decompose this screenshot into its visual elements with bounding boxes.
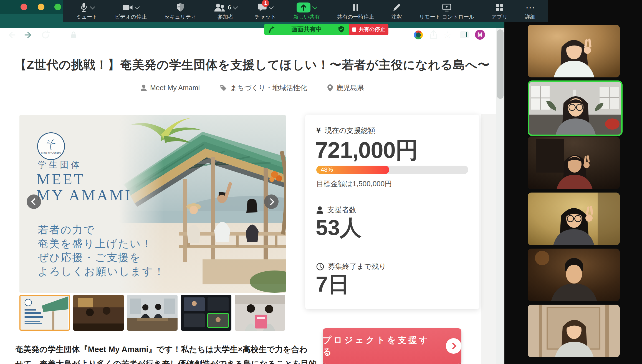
side-panel-icon[interactable] xyxy=(460,31,469,38)
support-button-label: プロジェクトを支援する xyxy=(323,334,440,358)
hero-slogan-line4: よろしくお願いします！ xyxy=(38,264,165,279)
goal-text: 目標金額は1,500,000円 xyxy=(316,179,392,189)
tag-icon xyxy=(220,84,227,92)
support-project-button[interactable]: プロジェクトを支援する xyxy=(323,328,461,364)
more-apps-label: アプリ xyxy=(492,14,508,20)
mute-label: ミュート xyxy=(76,14,97,20)
clock-icon xyxy=(316,263,324,271)
chat-button[interactable]: 1 チャット xyxy=(254,2,276,20)
carousel-thumbnails xyxy=(19,295,285,331)
progress-fill: 48% xyxy=(316,166,389,174)
palm-logo-icon xyxy=(46,138,57,151)
mute-button[interactable]: ミュート xyxy=(76,2,97,20)
yen-icon: ¥ xyxy=(316,126,321,135)
pause-share-button[interactable]: 共有の一時停止 xyxy=(337,2,374,20)
stop-icon xyxy=(352,27,356,32)
back-icon[interactable] xyxy=(7,31,16,39)
lock-icon[interactable] xyxy=(70,31,77,39)
screen-share-icon xyxy=(297,2,310,12)
project-owner-link[interactable]: Meet My Amami xyxy=(140,84,200,92)
more-icon: ⋯ xyxy=(525,3,535,12)
stop-share-button[interactable]: 共有の停止 xyxy=(349,24,388,35)
chevron-down-icon[interactable] xyxy=(90,4,95,9)
progress-bar: 48% xyxy=(316,166,468,174)
stop-video-button[interactable]: ビデオの停止 xyxy=(115,2,147,20)
org-logo: Meet My Amami xyxy=(37,132,65,160)
participants-label: 参加者 xyxy=(218,14,233,20)
sharing-status-text: 画面共有中 xyxy=(291,25,322,34)
carousel-prev-button[interactable] xyxy=(27,194,41,209)
hero-slogan-line2: 奄美を盛り上げたい！ xyxy=(38,237,153,251)
participant-video-1[interactable] xyxy=(528,25,620,77)
deadline-value: 7日 xyxy=(316,270,349,299)
shield-icon xyxy=(176,3,184,12)
forward-icon[interactable] xyxy=(24,31,33,39)
thumbnail-5[interactable] xyxy=(235,295,285,331)
funding-card: ¥ 現在の支援総額 721,000円 48% 目標金額は1,500,000円 支… xyxy=(305,115,479,309)
participants-icon xyxy=(214,3,225,12)
thumbnail-3[interactable] xyxy=(127,295,178,331)
page-title: 【Z世代の挑戦！】奄美発の学生団体を支援してほしい！〜若者が主役になれる島へ〜 xyxy=(0,57,504,73)
close-window-button[interactable] xyxy=(21,4,27,10)
project-description-line2: せて、奄美大島がより多くの若者が行き来し価値創造ができる島になることを目的 xyxy=(15,358,298,364)
remote-control-button[interactable]: リモート コントロール xyxy=(419,2,474,20)
shield-check-icon xyxy=(338,26,345,33)
chevron-down-icon[interactable] xyxy=(312,4,317,9)
progress-percent: 48% xyxy=(321,166,333,173)
apps-icon xyxy=(496,3,504,12)
thumbnail-1[interactable] xyxy=(19,295,70,331)
more-button[interactable]: ⋯ 詳細 xyxy=(525,2,535,20)
screen: ミーティング | camp-fire.jp/projects/651100/ac… xyxy=(0,0,642,364)
pause-icon xyxy=(352,3,359,12)
more-label: 詳細 xyxy=(525,14,535,20)
chat-badge: 1 xyxy=(262,0,269,7)
chevron-right-icon xyxy=(267,198,274,205)
scrollbar-track[interactable] xyxy=(496,28,504,364)
zoom-toolbar: ミュート ビデオの停止 セキュリティ xyxy=(63,0,548,22)
apps-button[interactable]: アプリ xyxy=(492,2,508,20)
address-bar[interactable]: camp-fire.jp/projects/651100/activities#… xyxy=(81,30,231,39)
project-location: 鹿児島県 xyxy=(336,83,364,92)
project-location-link[interactable]: 鹿児島県 xyxy=(327,83,364,92)
project-category-link[interactable]: まちづくり・地域活性化 xyxy=(220,83,307,92)
chevron-down-icon[interactable] xyxy=(135,4,140,9)
chevron-right-icon xyxy=(446,338,461,354)
new-share-label: 新しい共有 xyxy=(293,14,320,20)
reload-icon[interactable] xyxy=(41,31,50,39)
thumbnail-2[interactable] xyxy=(73,295,124,331)
participant-video-3[interactable] xyxy=(528,136,620,189)
hero-title-line2: MY AMAMI xyxy=(37,187,132,204)
chevron-down-icon[interactable] xyxy=(269,4,274,9)
upload-icon[interactable] xyxy=(429,30,438,40)
person-icon xyxy=(140,84,147,92)
chevron-down-icon[interactable] xyxy=(233,4,238,9)
participant-video-2-active-speaker[interactable] xyxy=(528,80,623,136)
participants-button[interactable]: 6 参加者 xyxy=(214,2,237,20)
fullscreen-window-button[interactable] xyxy=(54,4,61,10)
screen-share-arrow-icon xyxy=(269,26,275,33)
hero-slogan-line1: 若者の力で xyxy=(38,223,95,237)
pause-share-label: 共有の一時停止 xyxy=(337,14,374,20)
new-share-button[interactable]: 新しい共有 xyxy=(293,2,320,20)
total-amount: 721,000円 xyxy=(315,135,418,166)
minimize-window-button[interactable] xyxy=(38,4,44,10)
security-label: セキュリティ xyxy=(164,14,196,20)
remote-control-label: リモート コントロール xyxy=(419,14,474,20)
chevron-left-icon xyxy=(31,198,38,205)
sharing-indicator: 画面共有中 xyxy=(264,24,349,35)
scrollbar-thumb[interactable] xyxy=(497,29,504,99)
location-pin-icon xyxy=(327,84,333,92)
profile-avatar[interactable]: M xyxy=(475,30,485,40)
security-button[interactable]: セキュリティ xyxy=(164,2,196,20)
carousel-next-button[interactable] xyxy=(264,194,279,209)
annotate-button[interactable]: 注釈 xyxy=(391,2,402,20)
participant-video-4[interactable] xyxy=(528,193,620,245)
participant-video-5[interactable] xyxy=(528,249,620,301)
thumbnail-4[interactable] xyxy=(181,295,231,331)
bookmark-star-icon[interactable]: ☆ xyxy=(443,29,452,40)
project-description-line1: 奄美発の学生団体『Meet My Amami』です！私たちは大学生×高校生で力を… xyxy=(15,344,298,355)
google-icon[interactable] xyxy=(414,31,423,39)
microphone-icon xyxy=(79,2,88,12)
participant-video-6[interactable] xyxy=(528,305,620,357)
url-path: /projects/651100/activities#menu xyxy=(121,30,231,38)
